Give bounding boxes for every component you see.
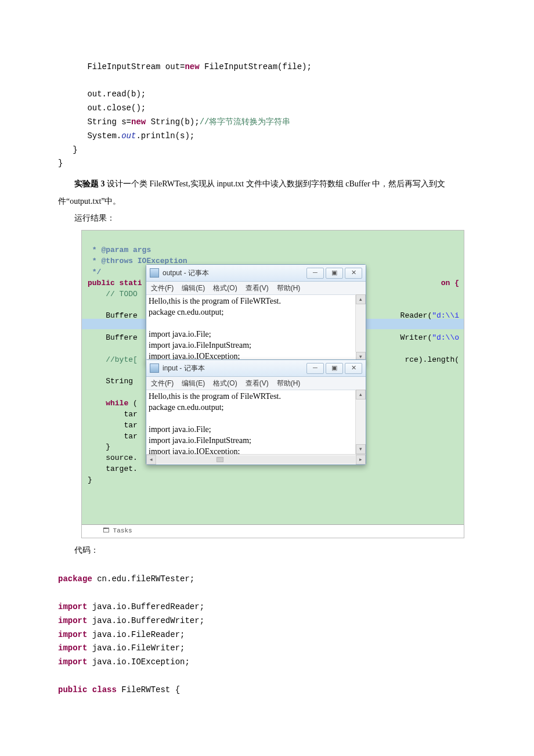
- ide-writer-fragment: Writer(: [400, 333, 432, 342]
- vertical-scrollbar[interactable]: ▴ ▾: [355, 390, 366, 454]
- menu-edit[interactable]: 编辑(E): [182, 283, 205, 293]
- maximize-button[interactable]: ▣: [326, 268, 343, 279]
- close-button[interactable]: ✕: [345, 363, 362, 374]
- menu-view[interactable]: 查看(V): [246, 283, 269, 293]
- minimize-button[interactable]: ─: [306, 268, 324, 279]
- notepad-content[interactable]: Hello,this is the program of FileWRTest.…: [146, 295, 366, 362]
- menu-view[interactable]: 查看(V): [246, 379, 269, 388]
- close-button[interactable]: ✕: [345, 268, 362, 279]
- menu-help[interactable]: 帮助(H): [277, 379, 301, 388]
- run-result-label: 运行结果：: [58, 210, 476, 226]
- scroll-up-icon[interactable]: ▴: [356, 294, 366, 304]
- exercise-label: 实验题 3: [74, 179, 105, 188]
- scroll-up-icon[interactable]: ▴: [356, 390, 366, 399]
- horizontal-scrollbar[interactable]: ◂ ▸: [146, 454, 366, 465]
- menu-format[interactable]: 格式(O): [213, 379, 237, 388]
- bottom-code-block: package cn.edu.fileRWTester; import java…: [58, 559, 476, 697]
- minimize-button[interactable]: ─: [306, 363, 324, 374]
- ide-editor-region: * @param args * @throws IOException */ p…: [81, 230, 464, 538]
- menu-edit[interactable]: 编辑(E): [182, 379, 205, 388]
- notepad-output-window[interactable]: output - 记事本 ─ ▣ ✕ 文件(F) 编辑(E) 格式(O) 查看(…: [146, 264, 366, 363]
- menu-file[interactable]: 文件(F): [151, 283, 174, 293]
- menu-file[interactable]: 文件(F): [151, 379, 174, 388]
- menubar[interactable]: 文件(F) 编辑(E) 格式(O) 查看(V) 帮助(H): [146, 282, 366, 295]
- titlebar[interactable]: input - 记事本 ─ ▣ ✕: [146, 360, 366, 377]
- notepad-input-window[interactable]: input - 记事本 ─ ▣ ✕ 文件(F) 编辑(E) 格式(O) 查看(V…: [146, 359, 366, 465]
- scroll-right-icon[interactable]: ▸: [356, 455, 366, 465]
- ide-reader-fragment: Reader(: [400, 311, 432, 320]
- code-label: 代码：: [58, 542, 476, 559]
- vertical-scrollbar[interactable]: ▴ ▾: [355, 294, 366, 352]
- ide-tab-tasks[interactable]: 🗔 Tasks: [103, 527, 132, 536]
- scroll-left-icon[interactable]: ◂: [146, 455, 156, 465]
- menubar[interactable]: 文件(F) 编辑(E) 格式(O) 查看(V) 帮助(H): [146, 377, 366, 390]
- top-code-block: FileInputStream out=new FileInputStream(…: [58, 46, 476, 171]
- notepad-icon: [150, 363, 159, 373]
- notepad-content[interactable]: Hello,this is the program of FileWRTest.…: [146, 390, 366, 454]
- titlebar[interactable]: output - 记事本 ─ ▣ ✕: [146, 265, 366, 282]
- ide-tabs-bar[interactable]: 🗔 Tasks: [82, 524, 464, 538]
- maximize-button[interactable]: ▣: [326, 363, 343, 374]
- notepad-icon: [150, 268, 159, 278]
- scroll-down-icon[interactable]: ▾: [356, 444, 366, 454]
- menu-help[interactable]: 帮助(H): [277, 283, 301, 293]
- window-title: output - 记事本: [163, 268, 303, 278]
- window-title: input - 记事本: [163, 363, 303, 373]
- menu-format[interactable]: 格式(O): [213, 283, 237, 293]
- exercise-3-task: 实验题 3 设计一个类 FileRWTest,实现从 input.txt 文件中…: [58, 175, 476, 210]
- scroll-thumb[interactable]: [217, 457, 223, 462]
